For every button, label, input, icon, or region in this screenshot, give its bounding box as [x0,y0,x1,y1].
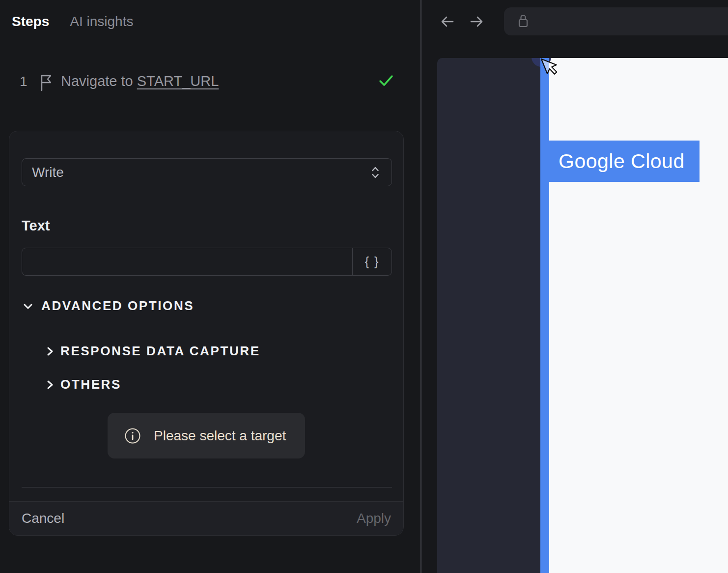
action-select[interactable]: Write [22,158,392,186]
others-label: OTHERS [60,377,121,392]
flag-icon [39,74,53,93]
apply-button[interactable]: Apply [357,511,391,526]
step-success-icon [378,73,394,91]
step-title-text: Navigate to [61,73,133,89]
mouse-cursor [539,57,561,80]
select-target-text: Please select a target [154,428,286,444]
chevron-right-icon [45,345,56,358]
left-topbar: Steps AI insights [0,0,421,43]
text-input-group: { } [22,248,392,276]
lock-icon [517,13,530,29]
step-title: Navigate to START_URL [61,73,219,89]
insert-variable-button[interactable]: { } [353,248,392,275]
selection-stripe [540,58,549,573]
text-field-label: Text [22,218,50,234]
chevron-down-icon [22,300,34,313]
app-root: Steps AI insights 1 Navigate to START_UR… [0,0,728,573]
others-toggle[interactable]: OTHERS [45,377,121,392]
steps-panel: Steps AI insights 1 Navigate to START_UR… [0,0,421,573]
rendered-page: Google Cloud [437,58,728,573]
cancel-button[interactable]: Cancel [22,511,64,526]
info-icon [124,428,141,444]
address-bar[interactable] [504,7,728,35]
tab-steps[interactable]: Steps [12,14,49,29]
page-light-region [549,58,728,573]
step-config-card: Write Text { } ADVANCED OPTIONS [9,131,404,536]
response-data-capture-label: RESPONSE DATA CAPTURE [60,344,260,359]
action-select-value: Write [32,165,369,180]
browser-viewport: Google Cloud [421,43,728,573]
select-target-hint: Please select a target [108,413,305,458]
chevron-right-icon [45,378,56,391]
response-data-capture-toggle[interactable]: RESPONSE DATA CAPTURE [45,344,260,359]
card-footer: Cancel Apply [9,501,403,535]
back-arrow-icon[interactable] [438,14,458,29]
forward-arrow-icon[interactable] [466,14,486,29]
page-dark-region [437,58,550,573]
text-input[interactable] [22,248,353,275]
browser-panel: Google Cloud [421,0,728,573]
tab-ai-insights[interactable]: AI insights [70,14,133,29]
card-divider [22,487,392,487]
advanced-options-toggle[interactable]: ADVANCED OPTIONS [22,298,194,314]
step-start-url-link[interactable]: START_URL [137,73,219,89]
step-row[interactable]: 1 Navigate to START_URL [0,73,421,92]
google-cloud-logo-text: Google Cloud [559,150,685,173]
browser-chrome [421,0,728,43]
google-cloud-logo-highlight[interactable]: Google Cloud [549,141,700,182]
step-number: 1 [20,74,28,89]
unfold-icon [369,164,382,181]
advanced-options-label: ADVANCED OPTIONS [41,298,194,314]
